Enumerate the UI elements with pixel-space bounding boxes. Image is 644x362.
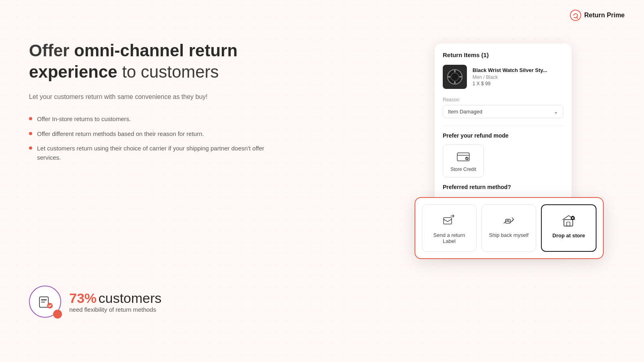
svg-rect-16 xyxy=(567,222,570,226)
reason-label: Reason xyxy=(443,97,564,103)
svg-rect-15 xyxy=(564,220,573,226)
bullet-dot-3 xyxy=(29,146,32,150)
send-label-text: Send a return Label xyxy=(427,232,471,244)
method-selector: Send a return Label Ship back myself Dro… xyxy=(415,197,604,259)
chevron-down-icon: ⌄ xyxy=(554,109,558,115)
method-card-ship-back[interactable]: Ship back myself xyxy=(481,204,536,252)
product-info: Black Wrist Watch Silver Sty... Men / Bl… xyxy=(473,67,547,86)
svg-rect-7 xyxy=(454,70,456,72)
svg-rect-9 xyxy=(448,76,450,78)
stats-section: 73% customers need flexibility of return… xyxy=(29,286,161,318)
left-content: Offer omni-channel return experience to … xyxy=(29,40,270,162)
svg-rect-2 xyxy=(41,299,47,300)
stats-icon xyxy=(29,286,61,318)
bullet-text-2: Offer different return methods based on … xyxy=(37,130,204,139)
drop-store-icon xyxy=(561,212,577,228)
product-image xyxy=(443,65,467,89)
send-label-icon xyxy=(441,212,457,228)
refund-option[interactable]: Store Credit xyxy=(443,144,484,177)
svg-point-18 xyxy=(572,217,574,219)
product-variant: Men / Black xyxy=(473,74,547,80)
header: Return Prime xyxy=(570,10,625,21)
bullet-text-3: Let customers return using their choice … xyxy=(37,144,270,162)
product-name: Black Wrist Watch Silver Sty... xyxy=(473,67,547,73)
product-price: 1 X $ 99 xyxy=(473,81,547,86)
stats-line1: 73% customers xyxy=(69,290,161,306)
svg-rect-8 xyxy=(454,81,456,84)
svg-rect-10 xyxy=(459,76,462,78)
bullet-item-1: Offer In-store returns to customers. xyxy=(29,115,270,124)
store-credit-icon xyxy=(456,150,471,164)
bullet-item-2: Offer different return methods based on … xyxy=(29,130,270,139)
return-method-title: Preferred return method? xyxy=(443,184,564,190)
store-credit-label: Store Credit xyxy=(450,167,476,172)
drop-store-text: Drop at store xyxy=(553,232,585,239)
stats-subtext: need flexibility of return methods xyxy=(69,306,161,313)
ship-back-text: Ship back myself xyxy=(489,232,528,238)
svg-rect-13 xyxy=(444,218,452,224)
method-card-drop-store[interactable]: Drop at store xyxy=(541,204,597,252)
bullet-dot-1 xyxy=(29,117,32,120)
headline: Offer omni-channel return experience to … xyxy=(29,40,270,82)
bullet-dot-2 xyxy=(29,132,32,135)
logo-icon xyxy=(570,10,581,21)
svg-rect-3 xyxy=(41,302,45,302)
stats-percent: 73% xyxy=(69,290,97,306)
product-row: Black Wrist Watch Silver Sty... Men / Bl… xyxy=(443,65,564,89)
headline-part2: to customers xyxy=(117,62,219,81)
refund-mode-title: Prefer your refund mode xyxy=(443,132,564,139)
logo-text: Return Prime xyxy=(584,12,625,19)
panel-title: Return Items (1) xyxy=(443,51,564,58)
stats-text: 73% customers need flexibility of return… xyxy=(69,290,161,313)
bullet-list: Offer In-store returns to customers. Off… xyxy=(29,115,270,162)
bullet-text-1: Offer In-store returns to customers. xyxy=(37,115,131,124)
svg-point-0 xyxy=(570,10,581,21)
subtext: Let your customers return with same conv… xyxy=(29,92,270,102)
method-card-send-label[interactable]: Send a return Label xyxy=(422,204,477,252)
stats-customers: customers xyxy=(99,290,162,306)
headline-part1: Offer xyxy=(29,41,74,60)
reason-dropdown[interactable]: Item Damaged ⌄ xyxy=(443,105,564,118)
reason-value: Item Damaged xyxy=(448,109,482,115)
divider-1 xyxy=(443,125,564,126)
ship-back-icon xyxy=(501,212,517,228)
main-card: Return Items (1) Black Wrist Watch Silve… xyxy=(435,43,572,222)
bullet-item-3: Let customers return using their choice … xyxy=(29,144,270,162)
reason-section: Reason Item Damaged ⌄ xyxy=(443,97,564,118)
